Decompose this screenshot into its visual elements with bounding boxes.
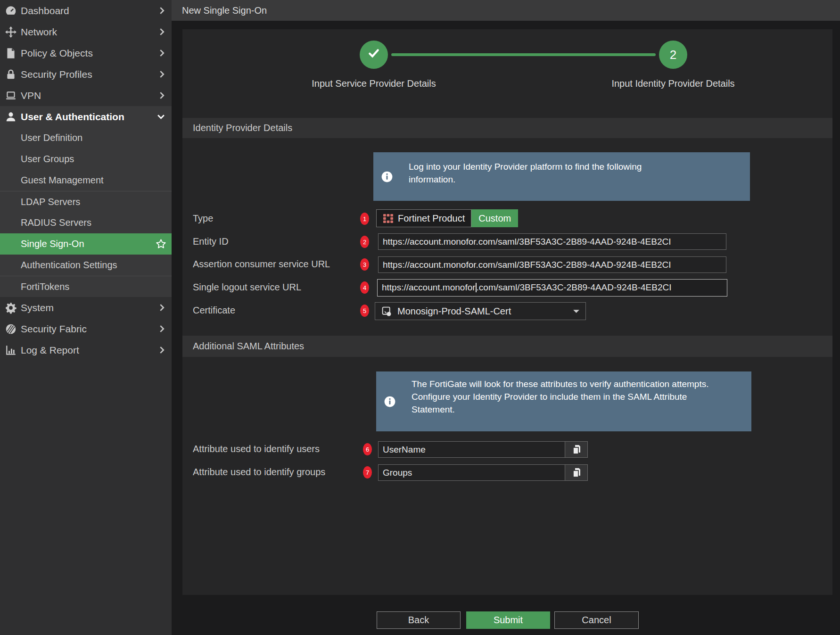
slo-url-text-before-caret: https://account.monofor bbox=[382, 282, 476, 292]
sidebar-item-user-groups[interactable]: User Groups bbox=[0, 148, 172, 170]
chevron-right-icon bbox=[159, 70, 165, 78]
step-1-label: Input Service Provider Details bbox=[256, 78, 492, 89]
chevron-right-icon bbox=[159, 346, 165, 354]
sidebar-item-fortitokens[interactable]: FortiTokens bbox=[0, 276, 172, 297]
sidebar: Dashboard Network Policy & Objects Secur… bbox=[0, 0, 172, 635]
back-button-label: Back bbox=[408, 615, 429, 626]
copy-icon bbox=[571, 444, 582, 455]
sidebar-item-label: RADIUS Servers bbox=[21, 217, 91, 228]
badge-1: 1 bbox=[360, 213, 369, 225]
chevron-down-icon bbox=[157, 114, 165, 120]
custom-label: Custom bbox=[478, 213, 511, 224]
sidebar-item-dashboard[interactable]: Dashboard bbox=[0, 0, 172, 21]
back-button[interactable]: Back bbox=[377, 611, 461, 629]
info-box-idp: Log into your Identity Provider platform… bbox=[373, 152, 750, 201]
sidebar-item-ldap-servers[interactable]: LDAP Servers bbox=[0, 191, 172, 212]
chevron-right-icon bbox=[159, 325, 165, 333]
attr-users-input[interactable] bbox=[378, 441, 565, 458]
field-label-entity-id: Entity ID bbox=[193, 236, 229, 247]
sidebar-item-single-sign-on[interactable]: Single Sign-On bbox=[0, 233, 172, 255]
check-icon bbox=[366, 46, 381, 64]
step-2-circle: 2 bbox=[659, 41, 687, 69]
certificate-value: Monosign-Prod-SAML-Cert bbox=[397, 306, 573, 317]
badge-6: 6 bbox=[363, 443, 372, 455]
section-title: Identity Provider Details bbox=[193, 123, 292, 133]
entity-id-input[interactable] bbox=[378, 233, 726, 250]
main-panel: 2 Input Service Provider Details Input I… bbox=[182, 29, 832, 595]
person-icon bbox=[4, 111, 17, 123]
sidebar-item-label: Dashboard bbox=[21, 5, 69, 16]
sidebar-item-authentication-settings[interactable]: Authentication Settings bbox=[0, 255, 172, 276]
sidebar-item-label: Security Fabric bbox=[21, 323, 87, 335]
sidebar-item-label: Single Sign-On bbox=[21, 239, 84, 249]
sidebar-expanded-section: User & Authentication User Definition Us… bbox=[0, 106, 172, 297]
badge-5: 5 bbox=[360, 305, 369, 317]
field-label-certificate: Certificate bbox=[193, 305, 235, 316]
copy-attr-users-button[interactable] bbox=[565, 441, 588, 458]
sidebar-item-network[interactable]: Network bbox=[0, 21, 172, 42]
sidebar-item-label: VPN bbox=[21, 90, 41, 101]
sidebar-item-radius-servers[interactable]: RADIUS Servers bbox=[0, 212, 172, 233]
sidebar-item-guest-management[interactable]: Guest Management bbox=[0, 170, 172, 191]
sidebar-item-label: Log & Report bbox=[21, 345, 79, 356]
sidebar-item-system[interactable]: System bbox=[0, 297, 172, 318]
field-label-acs-url: Assertion consumer service URL bbox=[193, 259, 330, 270]
sidebar-item-label: User & Authentication bbox=[21, 111, 124, 123]
sidebar-item-vpn[interactable]: VPN bbox=[0, 85, 172, 106]
certificate-icon bbox=[381, 305, 393, 317]
fortinet-product-button[interactable]: Fortinet Product bbox=[376, 209, 471, 227]
sidebar-item-label: User Definition bbox=[21, 132, 82, 143]
info-icon bbox=[384, 396, 396, 408]
submit-button-label: Submit bbox=[494, 615, 523, 626]
star-icon[interactable] bbox=[155, 238, 167, 250]
fortinet-logo-icon bbox=[383, 214, 394, 223]
certificate-dropdown[interactable]: Monosign-Prod-SAML-Cert bbox=[375, 302, 586, 320]
lock-icon bbox=[4, 68, 17, 81]
page-title: New Single Sign-On bbox=[182, 5, 267, 16]
badge-4: 4 bbox=[360, 281, 369, 294]
chevron-right-icon bbox=[159, 49, 165, 57]
cancel-button-label: Cancel bbox=[582, 615, 611, 626]
sidebar-item-label: Authentication Settings bbox=[21, 260, 117, 271]
sidebar-item-label: Policy & Objects bbox=[21, 48, 93, 59]
sidebar-item-label: FortiTokens bbox=[21, 281, 69, 292]
badge-2: 2 bbox=[360, 236, 369, 248]
field-label-attr-users: Attribute used to identify users bbox=[193, 444, 320, 454]
sidebar-item-security-profiles[interactable]: Security Profiles bbox=[0, 64, 172, 85]
info-box-saml: The FortiGate will look for these attrib… bbox=[376, 371, 751, 431]
sidebar-item-policy-objects[interactable]: Policy & Objects bbox=[0, 42, 172, 64]
chevron-right-icon bbox=[159, 304, 165, 312]
page-header: New Single Sign-On bbox=[172, 0, 840, 21]
gear-icon bbox=[4, 302, 17, 314]
info-text: Log into your Identity Provider platform… bbox=[409, 160, 673, 186]
bar-chart-icon bbox=[4, 344, 17, 356]
sidebar-item-label: System bbox=[21, 302, 54, 313]
sidebar-item-label: LDAP Servers bbox=[21, 197, 80, 207]
field-label-slo-url: Single logout service URL bbox=[193, 282, 301, 293]
chevron-right-icon bbox=[159, 7, 165, 15]
custom-button[interactable]: Custom bbox=[471, 209, 518, 227]
slo-url-text-after-caret: .com/saml/3BF53A3C-2B89-4AAD-924B-4EB2CI bbox=[477, 282, 672, 292]
field-label-type: Type bbox=[193, 213, 213, 224]
sidebar-item-user-definition[interactable]: User Definition bbox=[0, 127, 172, 148]
copy-attr-groups-button[interactable] bbox=[565, 464, 588, 481]
step-1-circle[interactable] bbox=[360, 41, 388, 69]
sidebar-item-security-fabric[interactable]: Security Fabric bbox=[0, 318, 172, 339]
sidebar-item-log-report[interactable]: Log & Report bbox=[0, 339, 172, 361]
acs-url-input[interactable] bbox=[378, 256, 726, 273]
fabric-globe-icon bbox=[4, 323, 17, 335]
info-text: The FortiGate will look for these attrib… bbox=[412, 378, 716, 416]
section-additional-saml-attributes: Additional SAML Attributes bbox=[182, 336, 832, 357]
sidebar-item-user-authentication[interactable]: User & Authentication bbox=[0, 106, 172, 127]
info-icon bbox=[381, 171, 393, 183]
step-connector-line bbox=[391, 53, 656, 56]
chevron-right-icon bbox=[159, 28, 165, 36]
slo-url-input[interactable]: https://account.monofor.com/saml/3BF53A3… bbox=[377, 279, 727, 297]
step-2-number: 2 bbox=[670, 48, 676, 62]
submit-button[interactable]: Submit bbox=[466, 611, 550, 629]
attr-groups-input[interactable] bbox=[378, 464, 565, 481]
document-icon bbox=[4, 47, 17, 59]
sidebar-item-label: Network bbox=[21, 26, 57, 38]
cancel-button[interactable]: Cancel bbox=[554, 611, 639, 629]
sidebar-item-label: Security Profiles bbox=[21, 69, 92, 80]
